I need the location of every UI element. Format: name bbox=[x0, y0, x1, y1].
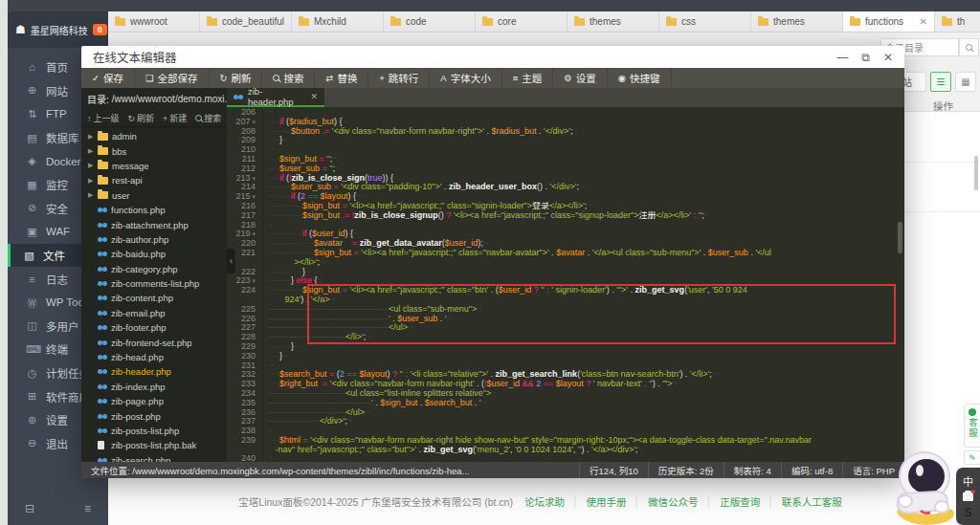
fold-arrow-icon[interactable]: ▾ bbox=[251, 175, 256, 182]
code-line[interactable]: 232····$search_but = (2 == $layout) ? ''… bbox=[227, 370, 904, 380]
code-line[interactable]: 225——————————————<ul class="sub-menu"> bbox=[227, 305, 904, 315]
path-tab-themes[interactable]: themes bbox=[751, 11, 843, 32]
list-view-toggle[interactable]: ☰ bbox=[930, 72, 951, 92]
code-line[interactable]: 228—————————</li>'; bbox=[227, 333, 904, 342]
tree-folder-bbs[interactable]: ▶bbs bbox=[81, 143, 227, 158]
code-line[interactable]: 240 bbox=[227, 454, 904, 462]
message-count-badge[interactable]: 0 bbox=[93, 24, 107, 35]
code-line[interactable]: 237——————</div>'; bbox=[227, 417, 904, 427]
search-button[interactable] bbox=[959, 38, 979, 56]
code-line[interactable]: 206 bbox=[227, 108, 904, 118]
code-line[interactable]: 231 bbox=[227, 361, 904, 371]
code-line[interactable]: 230····} bbox=[227, 352, 904, 361]
footer-link-正版查询[interactable]: 正版查询 bbox=[712, 496, 768, 508]
code-line[interactable]: 229········} bbox=[227, 342, 904, 352]
menu-list-icon[interactable]: ≡ bbox=[84, 502, 91, 515]
code-line[interactable]: 238 bbox=[227, 427, 904, 436]
toolbar-字体大小[interactable]: A字体大小 bbox=[430, 68, 501, 88]
toolbar-刷新[interactable]: ↻刷新 bbox=[210, 68, 263, 88]
page-scrollbar[interactable] bbox=[974, 156, 978, 190]
fold-arrow-icon[interactable]: ▾ bbox=[251, 277, 256, 284]
code-line[interactable]: 212····$user_sub = ''; bbox=[227, 164, 904, 174]
tree-folder-user[interactable]: ▶user bbox=[81, 188, 227, 203]
code-line[interactable]: 221················$sign_but = '<li><a h… bbox=[227, 249, 904, 258]
toolbar-主题[interactable]: ≡主题 bbox=[502, 68, 554, 88]
code-line[interactable]: ></li>'; bbox=[227, 258, 904, 268]
toolbar-保存[interactable]: ✓保存 bbox=[81, 68, 135, 88]
tree-file-zib-content.php[interactable]: zib-content.php bbox=[81, 291, 227, 305]
path-tab-code_beautiful[interactable]: code_beautiful bbox=[200, 11, 292, 32]
tree-file-zib-posts-list.php[interactable]: zib-posts-list.php bbox=[81, 424, 227, 438]
code-line[interactable]: 235————————————' . $sign_but . $search_b… bbox=[227, 399, 904, 408]
close-tab-icon[interactable]: ✕ bbox=[310, 92, 318, 101]
path-tab-th[interactable]: th bbox=[935, 11, 980, 32]
minimize-icon[interactable]: — bbox=[836, 51, 848, 64]
code-line[interactable]: 233····$right_but = '<div class="navbar-… bbox=[227, 380, 904, 389]
tree-action-上一级[interactable]: ↑上一级 bbox=[87, 112, 120, 124]
tree-file-zib-search.php[interactable]: zib-search.php bbox=[81, 453, 227, 462]
tree-file-functions.php[interactable]: functions.php bbox=[81, 203, 227, 217]
code-line[interactable]: 236—————————</ul> bbox=[227, 408, 904, 418]
grid-view-toggle[interactable]: ▦ bbox=[955, 72, 976, 92]
customer-service-button[interactable]: 客服 bbox=[964, 404, 980, 448]
tree-file-zib-attachment.php[interactable]: zib-attachment.php bbox=[81, 217, 227, 231]
theme-shirt-icon[interactable] bbox=[963, 492, 973, 501]
tree-file-zib-footer.php[interactable]: zib-footer.php bbox=[81, 320, 227, 335]
tree-action-搜索[interactable]: 搜索 bbox=[195, 112, 221, 124]
code-line[interactable]: 209····} bbox=[227, 136, 904, 145]
tree-file-zib-category.php[interactable]: zib-category.php bbox=[81, 262, 227, 276]
path-tab-core[interactable]: core bbox=[476, 11, 568, 32]
code-line[interactable]: 213 ▾····if (!zib_is_close_sign(true)) { bbox=[227, 174, 904, 184]
panel-collapse-handle[interactable]: ‹ bbox=[227, 249, 235, 273]
tree-folder-rest-api[interactable]: ▶rest-api bbox=[81, 173, 227, 187]
tree-file-zib-head.php[interactable]: zib-head.php bbox=[81, 350, 227, 364]
code-line[interactable]: 208········$button .= '<div class="navba… bbox=[227, 127, 904, 137]
code-line[interactable]: 215 ▾········if (2 == $layout) { bbox=[227, 192, 904, 202]
path-tab-themes[interactable]: themes bbox=[568, 11, 659, 32]
code-line[interactable]: 227——————————————</ul> bbox=[227, 323, 904, 333]
code-line[interactable]: 211····$sign_but = ''; bbox=[227, 155, 904, 164]
code-line[interactable]: 220················$avatar = zib_get_dat… bbox=[227, 239, 904, 249]
toolbar-快捷键[interactable]: ◉快捷键 bbox=[608, 68, 672, 88]
tree-file-zib-frontend-set.php[interactable]: zib-frontend-set.php bbox=[81, 335, 227, 349]
code-line[interactable]: 210 bbox=[227, 145, 904, 155]
sidebar-brand[interactable]: ☗ 墨星网络科技 0 bbox=[8, 11, 108, 48]
tree-file-zib-author.php[interactable]: zib-author.php bbox=[81, 232, 227, 247]
maximize-icon[interactable]: ⧉ bbox=[861, 51, 870, 64]
tree-folder-admin[interactable]: ▶admin bbox=[81, 129, 227, 143]
editor-scrollbar[interactable] bbox=[898, 222, 902, 253]
code-line[interactable]: -nav" href="javascript:;" class="but">' … bbox=[227, 446, 904, 455]
tree-file-zib-index.php[interactable]: zib-index.php bbox=[81, 380, 227, 394]
tree-file-zib-page.php[interactable]: zib-page.php bbox=[81, 394, 227, 408]
close-icon[interactable]: ✕ bbox=[883, 51, 893, 64]
footer-link-使用手册[interactable]: 使用手册 bbox=[579, 496, 635, 508]
code-line[interactable]: 924') . '</a> bbox=[227, 295, 904, 305]
toolbar-设置[interactable]: ⚙设置 bbox=[553, 68, 608, 88]
code-line[interactable]: 223 ▾········} else { bbox=[227, 276, 904, 286]
toolbar-搜索[interactable]: 搜索 bbox=[262, 68, 315, 88]
footer-link-联系人工客服[interactable]: 联系人工客服 bbox=[774, 496, 850, 508]
toolbar-全部保存[interactable]: ❏全部保存 bbox=[135, 68, 210, 88]
tree-file-zib-header.php[interactable]: zib-header.php bbox=[81, 364, 227, 379]
code-line[interactable]: 218 bbox=[227, 221, 904, 230]
tree-action-新建[interactable]: +新建 bbox=[163, 112, 187, 124]
current-directory[interactable]: 目录: /www/wwwroot/demo.moxi... bbox=[81, 88, 227, 110]
path-tab-css[interactable]: css bbox=[659, 11, 751, 32]
code-line[interactable]: 224············$sign_but = '<li><a href=… bbox=[227, 286, 904, 295]
code-area[interactable]: 206207 ▾····if ($radius_but) {208·······… bbox=[227, 107, 904, 462]
tree-action-刷新[interactable]: ↻刷新 bbox=[128, 112, 155, 124]
language-toggle[interactable]: 中 bbox=[963, 473, 973, 489]
tree-file-zib-baidu.php[interactable]: zib-baidu.php bbox=[81, 247, 227, 261]
feedback-pencil-icon[interactable]: ✎ bbox=[964, 450, 980, 465]
editor-file-tab[interactable]: zib-header.php ✕ bbox=[227, 88, 324, 107]
collapse-sidebar-icon[interactable]: ⊟ bbox=[25, 502, 34, 515]
path-tab-wwwroot[interactable]: wwwroot bbox=[108, 11, 200, 32]
code-line[interactable]: 226——————————————' . $user_sub . ' bbox=[227, 315, 904, 324]
close-tab-icon[interactable]: ✕ bbox=[920, 16, 927, 27]
code-line[interactable]: 234—————————<ul class="list-inline split… bbox=[227, 389, 904, 399]
toolbar-跳转行[interactable]: ⌖跳转行 bbox=[368, 68, 430, 88]
toolbar-替换[interactable]: ⇄替换 bbox=[315, 68, 368, 88]
tree-file-zib-post.php[interactable]: zib-post.php bbox=[81, 408, 227, 423]
code-line[interactable]: 217············$sign_but .= !zib_is_clos… bbox=[227, 211, 904, 221]
tree-file-zib-email.php[interactable]: zib-email.php bbox=[81, 306, 227, 320]
